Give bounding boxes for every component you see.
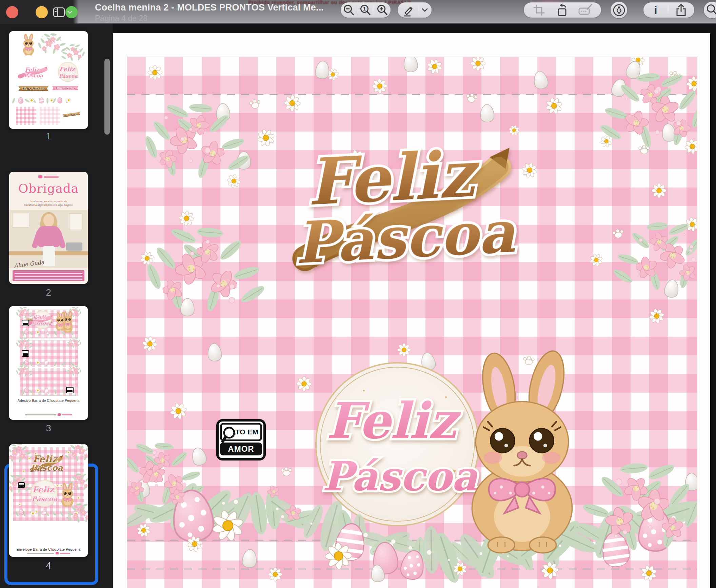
leaf-deco [72,475,77,481]
leaf-deco [233,264,260,281]
page2-copyright-block [13,270,84,281]
annotate-button[interactable] [611,2,627,18]
leaf-deco [62,389,66,394]
leaf-deco [81,473,86,477]
markup-pencil-button[interactable] [401,3,414,17]
leaf-deco [70,444,76,450]
page-indicator: Página 4 de 28 [95,14,324,23]
leaf-deco [82,503,88,507]
artwork-decorations [127,57,697,588]
leaf-deco [170,227,197,246]
emblem-gold-deco [30,453,63,473]
daisy-deco [147,65,162,80]
leaf-deco [127,468,130,489]
zoom-in-button[interactable] [376,3,389,17]
leaf-deco [67,342,71,344]
daisy-deco [268,567,282,582]
mini-seal [66,387,74,393]
sidebar-scrollbar[interactable] [104,59,110,135]
thumbnail-page-1[interactable] [9,31,88,129]
leaf-deco [59,42,66,46]
daisy-deco [30,511,36,516]
info-button[interactable]: i [650,3,661,17]
sidebar-toggle-button[interactable] [53,5,74,19]
leaf-deco [21,331,24,336]
daisy-deco [508,124,521,137]
leaf-deco [79,370,82,373]
leaf-deco [690,104,697,129]
leaf-deco [50,33,57,36]
leaf-deco [66,372,70,375]
mini-seal [22,350,29,357]
zoom-out-button[interactable] [342,3,356,17]
daisy-deco [284,95,301,112]
leaf-deco [16,312,19,315]
leaf-deco [695,251,697,273]
rotate-left-button[interactable] [554,3,569,18]
leaf-deco [61,362,66,366]
leaf-deco [16,444,22,446]
leaf-deco [10,474,16,478]
leaf-deco [19,307,23,310]
badge-round-deco [316,363,479,526]
leaf-deco [21,445,27,451]
minimize-button[interactable] [36,6,48,18]
mini-seal [18,482,25,488]
gingham-swatch-light [40,107,60,125]
leaf-deco [29,345,33,348]
page2-photo: Aline Guda [9,210,88,268]
leaf-deco [181,470,201,482]
leaf-deco [16,475,22,477]
search-button[interactable] [704,2,716,18]
document-viewport: ALTO EM AMOR [113,24,716,588]
leaf-deco [46,98,48,104]
leaf-deco [23,365,27,367]
emblem-gold-deco [287,134,517,277]
leaf-deco [647,222,668,231]
crop-button[interactable] [532,3,546,17]
leaf-deco [53,331,57,336]
thumbnail-page-4[interactable]: Envelope Barra de Chocolate Pequena [9,444,88,557]
daisy-deco [36,388,40,393]
leaf-deco [25,451,31,455]
leaf-deco [612,267,634,285]
egg-dots-deco [24,360,28,365]
flower-bouquet [612,221,697,291]
share-button[interactable] [674,3,688,18]
flower-bouquet [66,365,81,376]
form-fill-button[interactable] [577,3,593,18]
leaf-deco [82,51,85,57]
daisy-deco [59,484,63,488]
thumbnail-page-2[interactable]: Obrigada Lembre-se, você ter o poder de … [9,172,88,284]
daisy-deco [686,76,697,92]
bunny-deco [472,348,572,553]
leaf-deco [145,262,163,290]
leaf-deco [599,474,626,499]
leaf-deco [55,36,62,42]
thumbnail-sidebar: 1 Obrigada Lembre-se, você ter o poder d… [0,24,113,588]
leaf-deco [62,52,67,55]
egg-deco [242,549,257,568]
egg-dots-deco [18,97,23,104]
leaf-deco [20,477,26,483]
daisy-deco [372,78,387,94]
leaf-deco [69,339,72,342]
close-button[interactable] [6,6,18,18]
actual-size-button[interactable]: 1 [359,3,372,17]
thumbnail-page-3[interactable]: Adesivo Barra de Chocolate Pequena [9,306,88,420]
egg-deco [207,343,222,362]
egg-deco [663,279,680,298]
leaf-deco [29,373,33,376]
flower-deco [76,371,79,374]
daisy-deco [684,138,697,155]
egg-dots-deco [24,329,28,335]
egg-dots-deco [19,509,24,515]
egg-striped-deco [38,97,45,104]
leaf-deco [15,511,19,517]
easter-envelope-artwork: ALTO EM AMOR [127,57,697,588]
pdf-page: ALTO EM AMOR [113,33,710,588]
leaf-deco [79,342,82,345]
daisy-deco [652,183,667,198]
markup-dropdown-button[interactable] [421,7,429,13]
bunny-deco [56,312,65,331]
